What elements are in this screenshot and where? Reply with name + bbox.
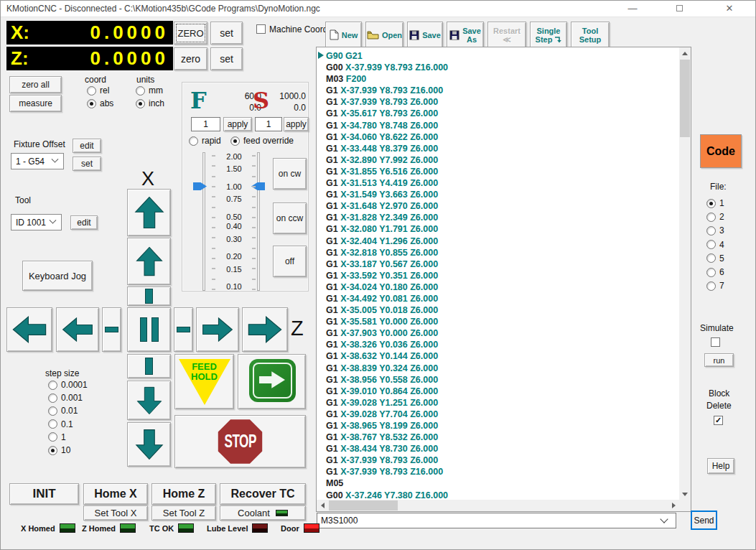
init-button[interactable]: INIT [9,483,79,505]
scroll-right-button[interactable] [668,500,679,511]
radio-icon[interactable] [48,446,57,455]
jog-z-plus-fast-button[interactable] [242,307,288,352]
spindle-on-cw-button[interactable]: on cw [273,158,307,190]
radio-6[interactable]: 6 [706,267,724,277]
jog-x-plus-slow-button[interactable] [127,238,171,285]
radio-icon[interactable] [706,199,716,208]
vertical-scroll-thumb[interactable] [680,60,690,137]
radio-7[interactable]: 7 [706,281,724,291]
spindle-apply-button[interactable]: apply [284,117,309,131]
feedrate-input[interactable] [191,117,220,131]
recover-tc-button[interactable]: Recover TC [220,483,306,505]
scroll-down-button[interactable] [679,488,691,500]
save-button[interactable]: Save [407,22,443,48]
scroll-left-button[interactable] [317,500,328,511]
tool-edit-button[interactable]: edit [70,215,98,230]
mdi-input[interactable] [317,516,661,526]
radio-icon[interactable] [48,393,57,403]
radio-2[interactable]: 2 [706,212,724,222]
fixture-offset-select[interactable]: 1 - G54 [11,153,64,169]
keyboard-jog-button[interactable]: Keyboard Jog [22,261,93,291]
radio-icon[interactable] [136,86,145,95]
measure-button[interactable]: measure [9,95,62,112]
radio-5[interactable]: 5 [706,253,724,264]
radio-rapid[interactable]: rapid [189,136,221,146]
zero-x-button[interactable]: ZERO [174,22,207,45]
jog-x-minus-step-button[interactable] [127,354,171,378]
home-x-button[interactable]: Home X [83,483,148,505]
jog-x-plus-step-button[interactable] [127,286,171,306]
spindle-on-ccw-button[interactable]: on ccw [273,202,307,234]
run-button[interactable]: run [704,353,734,367]
feedrate-apply-button[interactable]: apply [223,117,252,131]
home-z-button[interactable]: Home Z [151,483,216,505]
radio-icon[interactable] [48,406,57,416]
help-button[interactable]: Help [707,458,734,474]
feed-hold-button[interactable]: FEEDHOLD [174,354,234,409]
spindle-off-button[interactable]: off [273,246,307,277]
radio-icon[interactable] [48,432,57,442]
radio-1[interactable]: 1 [706,198,724,208]
radio-icon[interactable] [230,136,240,146]
fixture-edit-button[interactable]: edit [73,139,101,153]
radio-4[interactable]: 4 [706,240,724,250]
jog-x-plus-fast-button[interactable] [127,189,171,236]
mdi-combobox[interactable] [317,513,676,528]
jog-z-plus-step-button[interactable] [174,307,193,352]
block-delete-checkbox[interactable] [714,416,723,425]
radio-icon[interactable] [87,99,96,108]
set-x-button[interactable]: set [210,22,243,45]
open-file-button[interactable]: Open [365,22,403,48]
zero-all-button[interactable]: zero all [9,76,62,93]
radio-rel[interactable]: rel [87,85,109,95]
radio-1[interactable]: 1 [48,432,66,442]
set-z-button[interactable]: set [210,47,243,70]
save-as-button[interactable]: SaveAs [447,22,484,48]
jog-z-plus-slow-button[interactable] [196,307,239,352]
radio-icon[interactable] [706,253,716,263]
tool-setup-button[interactable]: ToolSetup [571,22,610,48]
radio-0.01[interactable]: 0.01 [48,406,78,416]
code-button[interactable]: Code [700,134,742,168]
jog-pause-button[interactable] [127,307,171,352]
tool-select[interactable]: ID 1001 [11,214,62,230]
horizontal-scrollbar[interactable] [317,500,679,511]
jog-z-minus-slow-button[interactable] [56,307,99,352]
radio-icon[interactable] [189,136,198,146]
gcode-listing[interactable]: G90 G21G00 X-37.939 Y8.793 Z16.000M03 F2… [317,48,679,500]
jog-x-minus-slow-button[interactable] [127,381,171,420]
radio-0.0001[interactable]: 0.0001 [48,380,88,390]
radio-0.1[interactable]: 0.1 [48,419,73,429]
new-file-button[interactable]: New [325,22,362,48]
jog-x-minus-fast-button[interactable] [127,422,171,467]
horizontal-scroll-thumb[interactable] [329,500,398,511]
radio-3[interactable]: 3 [706,225,724,236]
feed-override-slider-track[interactable] [202,152,205,291]
zero-z-button[interactable]: zero [174,47,207,70]
machine-coord-checkbox[interactable] [256,24,266,34]
radio-icon[interactable] [706,268,716,277]
set-tool-z-button[interactable]: Set Tool Z [151,505,216,521]
vertical-scrollbar[interactable] [679,47,691,500]
spindle-input[interactable] [255,117,282,131]
maximize-button[interactable] [665,1,694,17]
radio-icon[interactable] [48,381,57,390]
cycle-start-button[interactable] [238,354,306,409]
radio-0.001[interactable]: 0.001 [48,393,83,403]
radio-icon[interactable] [48,419,57,429]
minimize-button[interactable]: — [618,1,647,17]
radio-icon[interactable] [706,281,716,291]
radio-inch[interactable]: inch [136,98,164,108]
radio-icon[interactable] [87,86,96,95]
chevron-down-icon[interactable] [660,515,668,523]
radio-abs[interactable]: abs [87,98,113,108]
single-step-button[interactable]: SingleStep [530,22,567,48]
radio-feed-override[interactable]: feed override [230,136,294,146]
coolant-button[interactable]: Coolant [220,505,306,521]
radio-icon[interactable] [706,226,716,236]
radio-icon[interactable] [706,213,716,222]
scroll-up-button[interactable] [679,47,691,59]
set-tool-x-button[interactable]: Set Tool X [83,505,148,521]
send-button[interactable]: Send [691,511,717,530]
jog-z-minus-step-button[interactable] [102,307,121,352]
